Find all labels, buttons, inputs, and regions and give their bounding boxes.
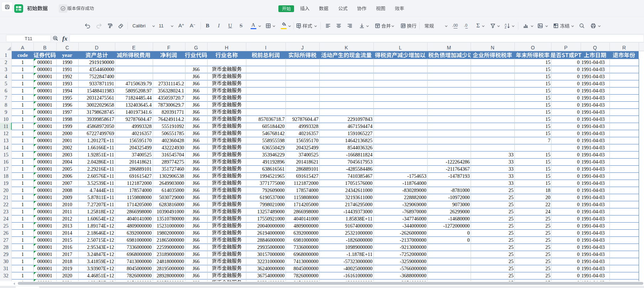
svg-text:Z: Z <box>504 26 506 29</box>
